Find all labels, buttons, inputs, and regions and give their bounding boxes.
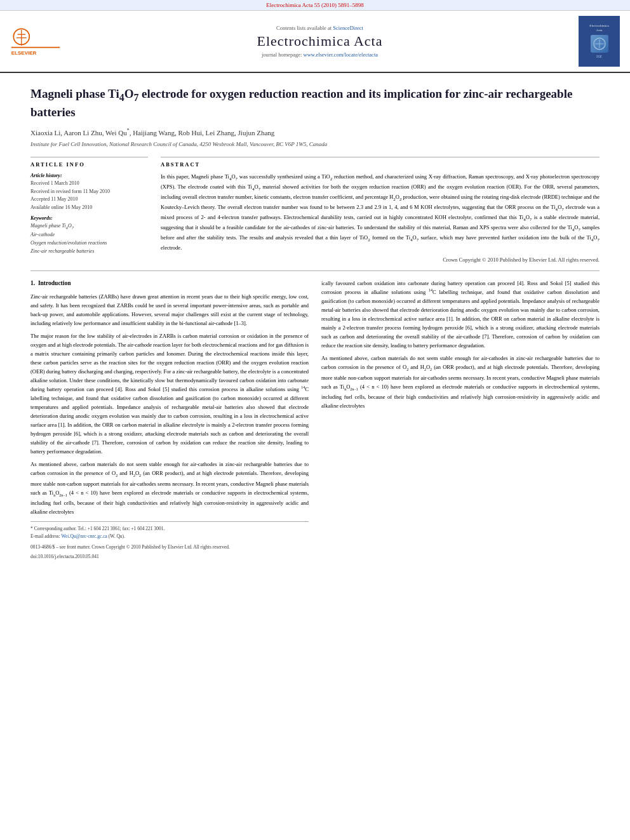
footnote-star: * Corresponding author. Tel.: +1 604 221… xyxy=(30,525,309,533)
journal-homepage: journal homepage: www.elsevier.com/locat… xyxy=(61,51,579,58)
journal-citation: Electrochimica Acta 55 (2010) 5891–5898 xyxy=(266,2,363,8)
email-label: E-mail address: xyxy=(30,533,62,539)
article-info-title: ARTICLE INFO xyxy=(30,161,148,168)
svg-text:ELSEVIER: ELSEVIER xyxy=(11,50,37,56)
elsevier-logo: ELSEVIER xyxy=(10,25,61,58)
body-columns: 1. Introduction Zinc-air rechargeable ba… xyxy=(30,279,600,561)
received-date: Received 1 March 2010 xyxy=(30,180,148,187)
sciencedirect-link[interactable]: ScienceDirect xyxy=(333,25,363,31)
accepted-date: Accepted 11 May 2010 xyxy=(30,196,148,203)
intro-para-3: As mentioned above, carbon materials do … xyxy=(30,460,309,516)
paper-authors: Xiaoxia Li, Aaron Li Zhu, Wei Qu*, Haiji… xyxy=(30,127,600,138)
history-label: Article history: xyxy=(30,173,148,178)
body-col-left: 1. Introduction Zinc-air rechargeable ba… xyxy=(30,279,309,561)
cover-title-text: ElectrochimicaActa xyxy=(589,24,608,32)
article-info-abstract-row: ARTICLE INFO Article history: Received 1… xyxy=(30,157,600,263)
intro-para-2: The major reason for the low stability o… xyxy=(30,331,309,456)
cover-ise-text: ISE xyxy=(596,55,602,58)
footnote-area: * Corresponding author. Tel.: +1 604 221… xyxy=(30,521,309,561)
section-divider xyxy=(30,270,600,271)
journal-center: Contents lists available at ScienceDirec… xyxy=(61,25,579,58)
right-para-2: As mentioned above, carbon materials do … xyxy=(321,354,600,410)
keywords-list: Magneli phase Ti4O7 Air-cathode Oxygen r… xyxy=(30,222,148,256)
keywords-label: Keywords: xyxy=(30,215,148,221)
intro-para-1: Zinc-air rechargeable batteries (ZARBs) … xyxy=(30,292,309,328)
right-para-1: ically favoured carbon oxidation into ca… xyxy=(321,279,600,350)
footer-doi: doi:10.1016/j.electacta.2010.05.041 xyxy=(30,553,309,561)
journal-header: ELSEVIER Contents lists available at Sci… xyxy=(0,11,630,73)
top-bar: Electrochimica Acta 55 (2010) 5891–5898 xyxy=(0,0,630,11)
received-revised-date: Received in revised form 11 May 2010 xyxy=(30,188,148,196)
abstract-col: ABSTRACT In this paper, Magneli phase Ti… xyxy=(161,157,600,263)
copyright-line: Crown Copyright © 2010 Published by Else… xyxy=(161,257,600,263)
abstract-title: ABSTRACT xyxy=(161,161,600,168)
email-link: Wei.Qu@nrc-cnrc.gc.ca xyxy=(62,533,107,539)
svg-rect-0 xyxy=(11,46,60,48)
intro-heading: 1. Introduction xyxy=(30,279,309,289)
article-info: ARTICLE INFO Article history: Received 1… xyxy=(30,157,148,263)
available-date: Available online 16 May 2010 xyxy=(30,204,148,211)
homepage-link[interactable]: www.elsevier.com/locate/electacta xyxy=(304,51,378,58)
paper-title: Magneli phase Ti4O7 electrode for oxygen… xyxy=(30,86,600,121)
contents-line: Contents lists available at ScienceDirec… xyxy=(61,25,579,31)
paper-container: Magneli phase Ti4O7 electrode for oxygen… xyxy=(0,73,630,573)
footer-issn: 0013-4686/$ – see front matter. Crown Co… xyxy=(30,543,309,551)
footnote-email: E-mail address: Wei.Qu@nrc-cnrc.gc.ca (W… xyxy=(30,533,309,540)
paper-affiliation: Institute for Fuel Cell Innovation, Nati… xyxy=(30,140,600,149)
abstract-text: In this paper, Magneli phase Ti4O7 was s… xyxy=(161,173,600,253)
body-col-right: ically favoured carbon oxidation into ca… xyxy=(321,279,600,561)
journal-title: Electrochimica Acta xyxy=(61,33,579,50)
journal-cover-thumbnail: ElectrochimicaActa ISE xyxy=(579,16,620,67)
